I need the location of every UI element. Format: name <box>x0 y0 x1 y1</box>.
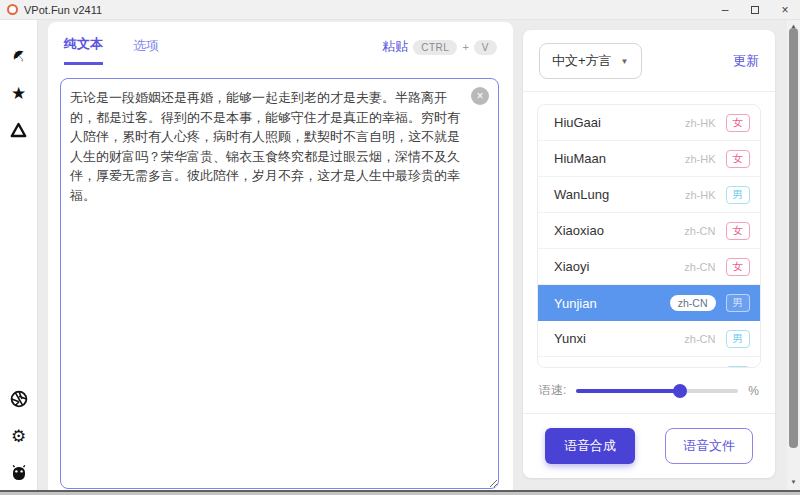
voice-name: Xiaoxiao <box>554 223 684 238</box>
tab-options[interactable]: 选项 <box>133 37 159 64</box>
slider-thumb[interactable] <box>673 384 687 398</box>
voice-panel-header: 中文+方言 ▼ 更新 <box>523 30 775 92</box>
window-title: VPot.Fun v2411 <box>24 4 102 16</box>
gender-badge: 女 <box>726 150 751 168</box>
refresh-link[interactable]: 更新 <box>733 52 759 70</box>
rate-row: 语速: % <box>523 372 775 413</box>
slider-track <box>576 389 738 393</box>
voice-row[interactable]: HiuMaanzh-HK女 <box>538 141 760 177</box>
chevron-down-icon: ▼ <box>621 57 629 66</box>
language-select[interactable]: 中文+方言 ▼ <box>539 43 642 79</box>
close-button[interactable]: × <box>770 0 800 20</box>
gear-icon[interactable]: ⚙ <box>9 426 29 446</box>
voice-list: HiuGaaizh-HK女HiuMaanzh-HK女WanLungzh-HK男X… <box>537 104 761 368</box>
slider-fill <box>576 389 680 393</box>
synthesize-button[interactable]: 语音合成 <box>545 428 635 464</box>
voice-row[interactable]: Yunjianzh-CN男 <box>538 285 760 321</box>
gender-badge: 女 <box>726 258 751 276</box>
ctrl-key-badge: CTRL <box>413 40 457 55</box>
voice-name: Yunxi <box>554 331 684 346</box>
voice-name: Xiaoyi <box>554 259 684 274</box>
voice-locale: zh-CN <box>684 261 715 273</box>
gender-badge: 男 <box>726 186 751 204</box>
voice-row[interactable]: Xiaoyizh-CN女 <box>538 249 760 285</box>
voice-locale: zh-CN <box>684 225 715 237</box>
tab-plain-text[interactable]: 纯文本 <box>64 35 103 65</box>
rate-unit: % <box>748 384 759 398</box>
voice-name: HiuMaan <box>554 151 685 166</box>
maximize-button[interactable] <box>740 0 770 20</box>
text-input[interactable]: 无论是一段婚姻还是再婚，能够一起走到老的才是夫妻。半路离开的，都是过客。得到的不… <box>60 78 499 489</box>
gender-badge: 男 <box>726 294 751 312</box>
minimize-button[interactable]: – <box>710 0 740 20</box>
vertical-scrollbar[interactable]: ▲ ▼ <box>787 20 800 495</box>
maximize-icon <box>751 6 759 14</box>
voice-locale: zh-HK <box>685 153 716 165</box>
voice-row[interactable]: Yunxiazh-CN男 <box>538 357 760 368</box>
gender-badge: 男 <box>726 330 751 348</box>
voice-row[interactable]: Xiaoxiaozh-CN女 <box>538 213 760 249</box>
star-icon[interactable]: ★ <box>9 83 29 103</box>
voice-panel: 中文+方言 ▼ 更新 HiuGaaizh-HK女HiuMaanzh-HK女Wan… <box>523 30 775 478</box>
voice-row[interactable]: WanLungzh-HK男 <box>538 177 760 213</box>
voice-locale: zh-HK <box>685 117 716 129</box>
v-key-badge: V <box>474 40 497 55</box>
gender-badge: 女 <box>726 222 751 240</box>
app-window: VPot.Fun v2411 – × ☂ ★ ⚙ <box>0 0 800 495</box>
rate-label: 语速: <box>539 382 566 399</box>
voice-panel-footer: 语音合成 语音文件 <box>523 413 775 478</box>
voice-row[interactable]: HiuGaaizh-HK女 <box>538 105 760 141</box>
voice-name: HiuGaai <box>554 115 685 130</box>
scroll-down-icon[interactable]: ▼ <box>787 476 800 488</box>
paste-button[interactable]: 粘贴 <box>382 38 408 56</box>
editor-panel: 纯文本 选项 粘贴 CTRL + V 无论是一段婚姻还是再婚，能够一起走到老的才… <box>48 22 513 495</box>
titlebar: VPot.Fun v2411 – × <box>0 0 800 20</box>
main-area: 纯文本 选项 粘贴 CTRL + V 无论是一段婚姻还是再婚，能够一起走到老的才… <box>38 20 787 495</box>
voice-locale: zh-CN <box>670 295 716 311</box>
window-controls: – × <box>710 0 800 20</box>
voice-name: Yunxia <box>554 368 684 369</box>
scrollbar-thumb[interactable] <box>789 28 798 448</box>
robot-icon[interactable] <box>9 463 29 483</box>
tab-bar: 纯文本 选项 粘贴 CTRL + V <box>48 22 513 66</box>
app-logo-icon <box>7 4 18 15</box>
umbrella-icon[interactable]: ☂ <box>4 42 32 70</box>
voice-row[interactable]: Yunxizh-CN男 <box>538 321 760 357</box>
gender-badge: 男 <box>726 366 751 368</box>
content-area: ☂ ★ ⚙ 纯文本 选项 <box>0 20 800 495</box>
voice-locale: zh-HK <box>685 189 716 201</box>
window-bottom-edge <box>0 490 800 495</box>
sidebar-bottom-group: ⚙ <box>0 389 37 483</box>
voice-file-button[interactable]: 语音文件 <box>665 428 753 464</box>
voice-name: Yunjian <box>554 296 670 311</box>
clear-text-button[interactable]: × <box>471 87 489 105</box>
aperture-icon[interactable] <box>9 389 29 409</box>
rate-slider[interactable] <box>576 384 738 398</box>
language-select-value: 中文+方言 <box>552 52 612 70</box>
voice-locale: zh-CN <box>684 333 715 345</box>
textarea-wrap: 无论是一段婚姻还是再婚，能够一起走到老的才是夫妻。半路离开的，都是过客。得到的不… <box>60 78 499 489</box>
sidebar: ☂ ★ ⚙ <box>0 20 38 495</box>
plus-sign: + <box>462 41 468 53</box>
triangle-icon[interactable] <box>9 120 29 140</box>
paste-group: 粘贴 CTRL + V <box>382 38 497 62</box>
sidebar-top-group: ☂ ★ <box>0 46 37 140</box>
voice-name: WanLung <box>554 187 685 202</box>
gender-badge: 女 <box>726 114 751 132</box>
